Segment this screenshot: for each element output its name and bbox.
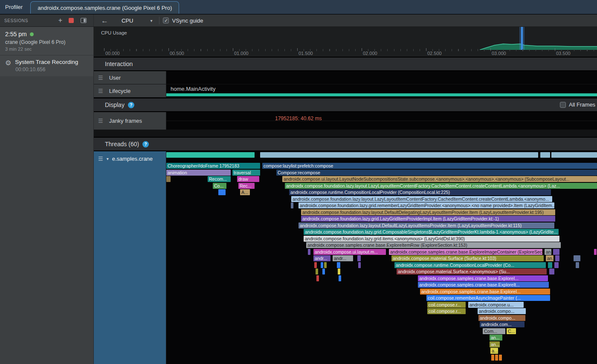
lifecycle-track[interactable]: home.MainActivity (166, 84, 597, 97)
trace-span[interactable]: coil.compose.r... (427, 302, 466, 308)
trace-span[interactable] (321, 262, 323, 268)
lifecycle-activity-bar[interactable] (166, 93, 597, 96)
trace-span[interactable] (316, 275, 319, 281)
trace-span[interactable]: androidx.compose.foundation.lazy.layout.… (298, 222, 554, 228)
trace-span[interactable]: animation (166, 170, 231, 176)
trace-span[interactable] (316, 269, 318, 274)
trace-span[interactable]: andr... (333, 255, 353, 261)
all-frames-checkbox[interactable]: All Frames (560, 101, 597, 108)
trace-span[interactable] (218, 189, 226, 195)
trace-span[interactable]: an... (546, 255, 554, 261)
thread-flame-track[interactable]: Choreographer#doFrame 17952183compose:la… (166, 151, 597, 364)
trace-span[interactable]: androidx.com... (480, 321, 525, 327)
trace-span[interactable]: androidx.compose.foundation.lazy.grid.re… (298, 202, 554, 208)
chevron-down-icon[interactable]: ▾ (107, 156, 109, 161)
trace-span[interactable]: Com... (483, 328, 505, 334)
trace-span[interactable]: androidx.compose.material.Surface (Surfa… (391, 255, 544, 261)
trace-span[interactable]: traversal (232, 170, 260, 176)
trace-span[interactable]: Co... (213, 183, 226, 189)
trace-span[interactable]: an... (490, 341, 500, 347)
janky-track-gutter[interactable]: ☰ Janky frames (94, 112, 166, 130)
trace-span[interactable]: coil.compose.r... (427, 308, 466, 314)
trace-span[interactable] (291, 202, 293, 208)
trace-span[interactable] (574, 255, 580, 261)
session-tab[interactable]: androidx.compose.samples.crane (Google P… (30, 1, 179, 14)
trace-span[interactable] (554, 262, 559, 268)
janky-frame-label: 17952185: 40.62 ms (275, 116, 322, 121)
trace-span[interactable]: coil.compose.rememberAsyncImagePainter (… (426, 295, 550, 301)
trace-span[interactable]: androidx.compose.samples.crane.base.Expl… (418, 275, 548, 281)
trace-span[interactable] (357, 255, 361, 261)
back-arrow-icon[interactable]: ← (98, 17, 111, 24)
trace-span[interactable] (555, 255, 559, 261)
trace-span[interactable]: Compose:recompose (276, 170, 597, 176)
trace-span[interactable]: compose:lazylist:prefetch:compose (262, 163, 597, 169)
trace-span[interactable] (339, 275, 341, 281)
trace-span[interactable] (576, 262, 579, 268)
trace-span[interactable]: androidx.compose.foundation.lazy.grid.it… (304, 236, 559, 242)
trace-span[interactable]: androidx.compose.runtime.CompositionLoca… (394, 262, 546, 268)
trace-span[interactable] (337, 262, 340, 268)
trace-span[interactable]: androidx.compose.samples.crane.base.Expl… (389, 249, 542, 255)
drag-handle-icon[interactable]: ☰ (98, 156, 103, 162)
trace-span[interactable] (324, 262, 327, 268)
user-track-gutter[interactable]: ☰ User (94, 71, 166, 84)
trace-span[interactable] (308, 249, 310, 255)
trace-span[interactable]: andr... (313, 255, 330, 261)
trace-span[interactable] (338, 269, 340, 274)
user-track[interactable] (166, 71, 597, 84)
session-card[interactable]: 2:55 pm crane (Google Pixel 6 Pro) 3 min… (0, 27, 93, 55)
trace-span[interactable]: Choreographer#doFrame 17952183 (166, 163, 260, 169)
trace-span[interactable] (322, 269, 325, 274)
trace-span[interactable]: a... (490, 348, 498, 354)
trace-span[interactable]: androidx.compose.material.Surface.<anony… (397, 269, 547, 274)
collapse-panel-icon[interactable] (81, 18, 87, 23)
trace-span[interactable]: androidx.compo... (478, 308, 526, 314)
trace-span[interactable] (166, 176, 171, 182)
trace-span[interactable]: an... (545, 249, 551, 255)
flame-chart[interactable]: Choreographer#doFrame 17952183compose:la… (166, 163, 597, 364)
trace-span[interactable]: an... (490, 335, 502, 341)
cpu-usage-chart[interactable]: CPU Usage 00.00000.50001.00001.50002.000… (94, 27, 597, 57)
trace-span[interactable]: draw (237, 176, 259, 182)
trace-span[interactable]: androidx.compose.foundation.lazy.layout.… (285, 183, 597, 189)
trace-span[interactable] (491, 355, 494, 361)
trace-span[interactable]: Recom... (208, 176, 231, 182)
trace-span[interactable]: androidx.compose.ui.layout.m... (313, 249, 386, 255)
trace-span[interactable] (314, 262, 317, 268)
drag-handle-icon[interactable]: ☰ (98, 88, 103, 94)
trace-span[interactable] (499, 355, 502, 361)
trace-span[interactable]: androidx.compose.samples.crane.base.Expl… (306, 242, 561, 248)
trace-span[interactable]: C... (507, 328, 516, 334)
trace-span[interactable]: androidx.compose.ui.layout.LayoutNodeSub… (282, 176, 597, 182)
trace-span[interactable]: androidx.compose.foundation.lazy.grid.La… (301, 216, 555, 222)
trace-span[interactable] (495, 355, 498, 361)
profiler-mode-select[interactable]: CPU ▾ (118, 16, 156, 25)
trace-span[interactable]: androidx.compose.foundation.lazy.layout.… (301, 209, 555, 215)
help-icon[interactable]: ? (142, 141, 149, 147)
trace-span[interactable]: androidx.compose.u... (468, 302, 524, 308)
drag-handle-icon[interactable]: ☰ (98, 118, 103, 124)
system-trace-recording-item[interactable]: ⚙ System Trace Recording 00:00:10.656 (0, 55, 93, 76)
help-icon[interactable]: ? (128, 102, 134, 108)
janky-frames-track[interactable]: 17952185: 40.62 ms (166, 112, 597, 130)
thread-gutter-selected[interactable]: ☰ ▾ e.samples.crane (94, 151, 166, 364)
trace-span[interactable]: androidx.compose.runtime.CompositionLoca… (289, 189, 551, 195)
add-session-icon[interactable]: + (55, 17, 65, 24)
trace-span[interactable]: androidx.compose.samples.crane.base.Expl… (420, 289, 550, 295)
trace-span[interactable]: Rec... (238, 183, 255, 189)
trace-span[interactable]: androidx.compose.foundation.lazy.layout.… (291, 196, 552, 202)
trace-span[interactable] (594, 249, 597, 255)
trace-span[interactable]: androidx.compose.foundation.lazy.grid.Co… (304, 229, 559, 235)
trace-span[interactable] (548, 262, 552, 268)
trace-span[interactable] (549, 269, 554, 274)
stop-recording-icon[interactable] (69, 18, 74, 23)
lifecycle-track-gutter[interactable]: ☰ Lifecycle (94, 84, 166, 97)
trace-span[interactable] (358, 262, 361, 268)
trace-span[interactable]: androidx.compose.samples.crane.base.Expl… (418, 282, 549, 288)
trace-span[interactable]: A... (240, 189, 250, 195)
vsync-guide-checkbox[interactable]: ✓ VSync guide (163, 17, 203, 24)
trace-span[interactable]: androidx.compo... (478, 315, 525, 321)
trace-span[interactable] (553, 249, 559, 255)
drag-handle-icon[interactable]: ☰ (98, 75, 103, 81)
